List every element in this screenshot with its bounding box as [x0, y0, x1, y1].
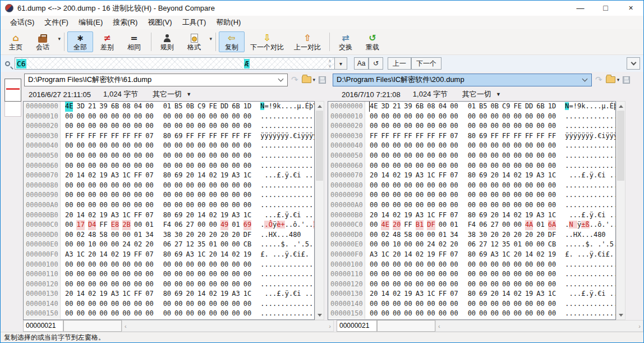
hex-byte[interactable]: 27	[186, 220, 194, 230]
ascii-char[interactable]: .	[585, 141, 589, 149]
hex-byte[interactable]: 00	[174, 190, 182, 200]
hex-byte[interactable]: 00	[513, 269, 521, 280]
hex-byte[interactable]: 21	[88, 102, 96, 112]
ascii-char[interactable]: .	[610, 112, 614, 120]
hex-byte[interactable]: 20	[393, 250, 401, 260]
ascii-char[interactable]: ÿ	[590, 211, 594, 219]
hex-byte[interactable]: 00	[88, 151, 96, 161]
ascii-char[interactable]: ÿ	[285, 171, 289, 179]
hex-byte[interactable]: 00	[111, 141, 119, 151]
hex-byte[interactable]: FF	[134, 211, 142, 221]
hex-byte[interactable]: 00	[404, 151, 412, 161]
hex-byte[interactable]: 00	[502, 151, 510, 161]
hex-byte[interactable]: FF	[232, 131, 240, 141]
hex-byte[interactable]: 00	[197, 112, 205, 122]
ascii-char[interactable]: .	[285, 260, 289, 268]
hex-byte[interactable]: 04	[439, 102, 447, 112]
hex-byte[interactable]: 14	[502, 171, 510, 181]
hex-byte[interactable]: 00	[370, 141, 378, 151]
ascii-char[interactable]: .	[601, 181, 605, 189]
ascii-char[interactable]: .	[301, 201, 305, 209]
ascii-char[interactable]: .	[285, 181, 289, 189]
hex-byte[interactable]: 00	[220, 121, 228, 131]
hex-byte[interactable]: FF	[134, 289, 142, 299]
ascii-char[interactable]: i	[601, 171, 605, 179]
hex-byte[interactable]: 00	[370, 240, 378, 250]
hex-byte[interactable]: 00	[502, 190, 510, 200]
hex-byte[interactable]: 00	[145, 260, 153, 270]
ascii-char[interactable]: .	[606, 300, 610, 308]
scroll-down-icon[interactable]	[617, 310, 625, 319]
hex-byte[interactable]: A3	[186, 250, 194, 260]
hex-byte[interactable]: 00	[479, 190, 487, 200]
ascii-char[interactable]: .	[269, 141, 273, 149]
hex-byte[interactable]: 00	[450, 161, 458, 171]
ascii-char[interactable]: ÿ	[285, 250, 289, 258]
ascii-char[interactable]: .	[264, 201, 268, 209]
hex-byte[interactable]: 19	[525, 289, 533, 299]
hex-byte[interactable]: 69	[243, 220, 251, 230]
ascii-char[interactable]: ÿ	[590, 250, 594, 258]
ascii-char[interactable]: .	[285, 102, 289, 110]
hex-byte[interactable]: 00	[439, 181, 447, 191]
ascii-char[interactable]: i	[601, 211, 605, 219]
hex-byte[interactable]: 1C	[243, 211, 251, 221]
hex-byte[interactable]: 00	[232, 141, 240, 151]
hex-byte[interactable]: 00	[393, 260, 401, 270]
hex-byte[interactable]: 00	[450, 151, 458, 161]
scroll-right-icon[interactable]: ›	[638, 323, 641, 330]
hex-byte[interactable]: 00	[513, 190, 521, 200]
hex-byte[interactable]: DF	[548, 230, 556, 240]
hex-byte[interactable]: 00	[209, 161, 217, 171]
hex-byte[interactable]: 00	[174, 280, 182, 290]
ascii-char[interactable]: .	[606, 191, 610, 199]
ascii-char[interactable]: .	[585, 162, 589, 170]
hex-byte[interactable]: 07	[450, 171, 458, 181]
hex-byte[interactable]: 00	[186, 121, 194, 131]
ascii-char[interactable]: .	[585, 201, 589, 209]
hex-byte[interactable]: 00	[232, 112, 240, 122]
ascii-char[interactable]: .	[280, 290, 284, 298]
hex-byte[interactable]: 0B	[491, 102, 499, 112]
ascii-char[interactable]: ÿ	[590, 171, 594, 179]
toolbar-dropdown-icon[interactable]: ▾	[58, 36, 61, 42]
ascii-char[interactable]: .	[297, 300, 301, 308]
hex-byte[interactable]: FF	[416, 131, 424, 141]
ascii-char[interactable]: .	[305, 280, 309, 288]
hex-byte[interactable]: A3	[416, 289, 424, 299]
hex-byte[interactable]: 00	[209, 220, 217, 230]
hex-byte[interactable]: 00	[513, 280, 521, 290]
ascii-char[interactable]: .	[264, 162, 268, 170]
hex-byte[interactable]: 00	[404, 269, 412, 280]
ascii-char[interactable]: !	[269, 102, 273, 110]
ascii-char[interactable]: .	[585, 300, 589, 308]
hex-byte[interactable]: 00	[163, 121, 171, 131]
hex-byte[interactable]: 00	[209, 309, 217, 319]
hex-byte[interactable]: 00	[439, 200, 447, 211]
hex-byte[interactable]: 80	[468, 131, 476, 141]
right-horizontal-scrollbar[interactable]: ‹›	[435, 320, 643, 332]
hex-byte[interactable]: FE	[209, 102, 217, 112]
ascii-char[interactable]: .	[606, 152, 610, 159]
hex-byte[interactable]: 00	[197, 269, 205, 280]
hex-byte[interactable]: 00	[370, 280, 378, 290]
hex-byte[interactable]: 00	[468, 121, 476, 131]
right-vertical-scrollbar[interactable]	[616, 101, 625, 320]
hex-byte[interactable]: A3	[370, 250, 378, 260]
hex-byte[interactable]: 00	[186, 200, 194, 211]
ascii-char[interactable]: .	[297, 260, 301, 268]
ascii-char[interactable]: .	[301, 260, 305, 268]
hex-byte[interactable]: 00	[479, 280, 487, 290]
hex-byte[interactable]: 00	[525, 112, 533, 122]
hex-byte[interactable]: FF	[111, 131, 119, 141]
hex-byte[interactable]: 00	[111, 299, 119, 309]
toolbar-button-rules[interactable]: 规则	[154, 31, 180, 52]
scroll-right-icon[interactable]: ›	[329, 323, 331, 330]
hex-byte[interactable]: 00	[439, 190, 447, 200]
hex-byte[interactable]: 00	[536, 299, 544, 309]
hex-byte[interactable]: 19	[122, 250, 130, 260]
hex-byte[interactable]: 69	[174, 171, 182, 181]
hex-byte[interactable]: 00	[536, 260, 544, 270]
left-horizontal-scrollbar[interactable]: ‹›	[122, 320, 334, 332]
hex-byte[interactable]: 14	[76, 171, 84, 181]
